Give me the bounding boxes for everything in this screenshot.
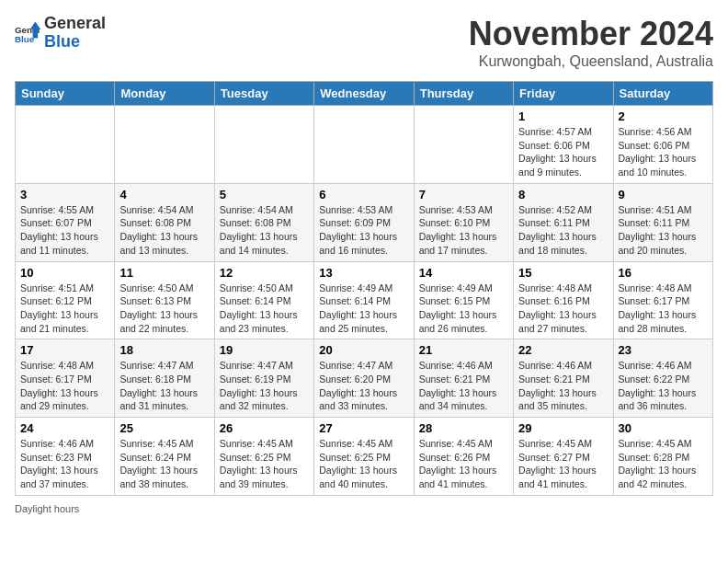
day-number: 9 [619, 188, 708, 201]
day-info: Sunrise: 4:53 AM Sunset: 6:10 PM Dayligh… [419, 203, 508, 258]
calendar-cell: 6Sunrise: 4:53 AM Sunset: 6:09 PM Daylig… [314, 183, 414, 261]
day-info: Sunrise: 4:47 AM Sunset: 6:19 PM Dayligh… [220, 359, 309, 413]
day-number: 23 [619, 343, 708, 357]
day-number: 14 [419, 266, 508, 280]
calendar-cell: 23Sunrise: 4:46 AM Sunset: 6:22 PM Dayli… [613, 339, 712, 418]
week-row-4: 17Sunrise: 4:48 AM Sunset: 6:17 PM Dayli… [16, 339, 713, 418]
day-info: Sunrise: 4:45 AM Sunset: 6:24 PM Dayligh… [119, 437, 209, 491]
day-info: Sunrise: 4:51 AM Sunset: 6:12 PM Dayligh… [20, 282, 109, 336]
calendar-cell: 18Sunrise: 4:47 AM Sunset: 6:18 PM Dayli… [115, 339, 214, 418]
calendar-cell [115, 106, 214, 184]
day-number: 19 [220, 343, 309, 357]
weekday-header-saturday: Saturday [613, 82, 712, 106]
calendar-table: SundayMondayTuesdayWednesdayThursdayFrid… [15, 81, 713, 496]
calendar-cell: 10Sunrise: 4:51 AM Sunset: 6:12 PM Dayli… [16, 261, 115, 339]
day-info: Sunrise: 4:46 AM Sunset: 6:22 PM Dayligh… [619, 359, 708, 413]
day-info: Sunrise: 4:52 AM Sunset: 6:11 PM Dayligh… [518, 203, 608, 258]
day-info: Sunrise: 4:46 AM Sunset: 6:21 PM Dayligh… [518, 359, 608, 413]
calendar-cell: 29Sunrise: 4:45 AM Sunset: 6:27 PM Dayli… [514, 418, 613, 496]
weekday-header-wednesday: Wednesday [314, 82, 414, 106]
week-row-2: 3Sunrise: 4:55 AM Sunset: 6:07 PM Daylig… [16, 183, 713, 261]
day-number: 12 [220, 266, 309, 280]
day-number: 5 [220, 188, 309, 201]
calendar-cell: 15Sunrise: 4:48 AM Sunset: 6:16 PM Dayli… [514, 261, 613, 339]
day-number: 17 [20, 343, 109, 357]
day-info: Sunrise: 4:57 AM Sunset: 6:06 PM Dayligh… [518, 125, 608, 179]
calendar-cell [414, 106, 513, 184]
calendar-cell: 26Sunrise: 4:45 AM Sunset: 6:25 PM Dayli… [214, 418, 313, 496]
day-info: Sunrise: 4:48 AM Sunset: 6:16 PM Dayligh… [518, 282, 608, 336]
day-number: 26 [220, 421, 309, 435]
day-number: 30 [619, 421, 708, 435]
calendar-cell: 5Sunrise: 4:54 AM Sunset: 6:08 PM Daylig… [214, 183, 313, 261]
calendar-cell: 25Sunrise: 4:45 AM Sunset: 6:24 PM Dayli… [115, 418, 214, 496]
day-number: 4 [119, 188, 209, 201]
day-number: 20 [319, 343, 408, 357]
day-info: Sunrise: 4:46 AM Sunset: 6:21 PM Dayligh… [419, 359, 508, 413]
weekday-header-sunday: Sunday [16, 82, 115, 106]
day-number: 13 [319, 266, 408, 280]
week-row-1: 1Sunrise: 4:57 AM Sunset: 6:06 PM Daylig… [16, 106, 713, 184]
day-number: 15 [518, 266, 608, 280]
day-number: 1 [518, 109, 608, 123]
calendar-cell: 3Sunrise: 4:55 AM Sunset: 6:07 PM Daylig… [16, 183, 115, 261]
logo-general-text: General [44, 15, 106, 33]
day-number: 3 [20, 188, 109, 201]
day-info: Sunrise: 4:46 AM Sunset: 6:23 PM Dayligh… [20, 437, 109, 491]
day-info: Sunrise: 4:47 AM Sunset: 6:20 PM Dayligh… [319, 359, 408, 413]
calendar-cell: 19Sunrise: 4:47 AM Sunset: 6:19 PM Dayli… [214, 339, 313, 418]
footer: Daylight hours [15, 503, 713, 514]
day-info: Sunrise: 4:48 AM Sunset: 6:17 PM Dayligh… [20, 359, 109, 413]
day-info: Sunrise: 4:51 AM Sunset: 6:11 PM Dayligh… [619, 203, 708, 258]
day-number: 25 [119, 421, 209, 435]
calendar-cell [214, 106, 313, 184]
day-number: 11 [119, 266, 209, 280]
logo: General Blue General Blue [15, 15, 106, 52]
day-info: Sunrise: 4:48 AM Sunset: 6:17 PM Dayligh… [619, 282, 708, 336]
calendar-cell: 7Sunrise: 4:53 AM Sunset: 6:10 PM Daylig… [414, 183, 513, 261]
calendar-cell: 9Sunrise: 4:51 AM Sunset: 6:11 PM Daylig… [613, 183, 712, 261]
day-info: Sunrise: 4:45 AM Sunset: 6:28 PM Dayligh… [619, 437, 708, 491]
day-number: 7 [419, 188, 508, 201]
weekday-header-monday: Monday [115, 82, 214, 106]
calendar-cell: 8Sunrise: 4:52 AM Sunset: 6:11 PM Daylig… [514, 183, 613, 261]
day-info: Sunrise: 4:53 AM Sunset: 6:09 PM Dayligh… [319, 203, 408, 258]
day-number: 16 [619, 266, 708, 280]
day-info: Sunrise: 4:50 AM Sunset: 6:14 PM Dayligh… [220, 282, 309, 336]
day-info: Sunrise: 4:54 AM Sunset: 6:08 PM Dayligh… [220, 203, 309, 258]
day-info: Sunrise: 4:45 AM Sunset: 6:25 PM Dayligh… [220, 437, 309, 491]
weekday-header-tuesday: Tuesday [214, 82, 313, 106]
day-info: Sunrise: 4:45 AM Sunset: 6:27 PM Dayligh… [518, 437, 608, 491]
calendar-cell: 17Sunrise: 4:48 AM Sunset: 6:17 PM Dayli… [16, 339, 115, 418]
day-number: 2 [619, 109, 708, 123]
calendar-cell: 22Sunrise: 4:46 AM Sunset: 6:21 PM Dayli… [514, 339, 613, 418]
day-number: 24 [20, 421, 109, 435]
week-row-5: 24Sunrise: 4:46 AM Sunset: 6:23 PM Dayli… [16, 418, 713, 496]
page-header: General Blue General Blue November 2024 … [15, 15, 713, 70]
calendar-cell: 1Sunrise: 4:57 AM Sunset: 6:06 PM Daylig… [514, 106, 613, 184]
day-number: 10 [20, 266, 109, 280]
calendar-cell: 13Sunrise: 4:49 AM Sunset: 6:14 PM Dayli… [314, 261, 414, 339]
calendar-cell: 24Sunrise: 4:46 AM Sunset: 6:23 PM Dayli… [16, 418, 115, 496]
calendar-cell: 4Sunrise: 4:54 AM Sunset: 6:08 PM Daylig… [115, 183, 214, 261]
svg-text:Blue: Blue [15, 34, 35, 44]
calendar-cell: 11Sunrise: 4:50 AM Sunset: 6:13 PM Dayli… [115, 261, 214, 339]
day-number: 28 [419, 421, 508, 435]
day-number: 6 [319, 188, 408, 201]
calendar-cell [16, 106, 115, 184]
day-number: 29 [518, 421, 608, 435]
logo-icon: General Blue [15, 20, 40, 46]
weekday-header-row: SundayMondayTuesdayWednesdayThursdayFrid… [16, 82, 713, 106]
day-info: Sunrise: 4:45 AM Sunset: 6:26 PM Dayligh… [419, 437, 508, 491]
day-number: 22 [518, 343, 608, 357]
day-number: 21 [419, 343, 508, 357]
day-info: Sunrise: 4:45 AM Sunset: 6:25 PM Dayligh… [319, 437, 408, 491]
day-number: 18 [119, 343, 209, 357]
calendar-cell: 20Sunrise: 4:47 AM Sunset: 6:20 PM Dayli… [314, 339, 414, 418]
weekday-header-thursday: Thursday [414, 82, 513, 106]
calendar-cell: 28Sunrise: 4:45 AM Sunset: 6:26 PM Dayli… [414, 418, 513, 496]
month-title: November 2024 [469, 15, 713, 53]
day-number: 27 [319, 421, 408, 435]
calendar-cell: 12Sunrise: 4:50 AM Sunset: 6:14 PM Dayli… [214, 261, 313, 339]
calendar-cell: 21Sunrise: 4:46 AM Sunset: 6:21 PM Dayli… [414, 339, 513, 418]
